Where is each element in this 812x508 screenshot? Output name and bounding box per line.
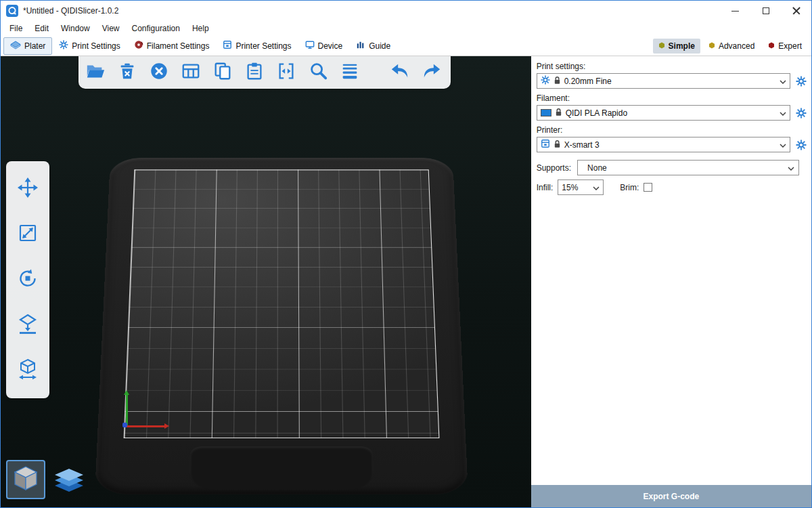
tab-printer-settings[interactable]: Printer Settings xyxy=(216,37,298,55)
3d-viewport[interactable] xyxy=(1,56,531,507)
tab-label: Filament Settings xyxy=(147,41,210,51)
arrange-button[interactable] xyxy=(181,62,201,83)
supports-combo[interactable]: None xyxy=(577,160,799,175)
mode-label: Advanced xyxy=(719,41,754,51)
scale-button[interactable] xyxy=(16,223,39,246)
editor-view-button[interactable] xyxy=(6,460,45,499)
close-button[interactable] xyxy=(781,1,811,21)
plater-icon xyxy=(10,41,21,51)
redo-button[interactable] xyxy=(422,62,442,83)
filament-color-swatch xyxy=(541,109,551,117)
tab-plater[interactable]: Plater xyxy=(3,37,52,55)
close-icon xyxy=(792,7,800,15)
tab-label: Printer Settings xyxy=(235,41,291,51)
chevron-down-icon xyxy=(780,140,786,150)
device-monitor-icon xyxy=(305,40,315,51)
printer-combo[interactable]: X-smart 3 xyxy=(537,137,790,152)
y-axis-indicator xyxy=(126,395,128,425)
export-gcode-button[interactable]: Export G-code xyxy=(531,485,811,507)
print-settings-value: 0.20mm Fine xyxy=(564,77,612,86)
variable-layer-height-button[interactable] xyxy=(340,62,360,83)
copy-icon xyxy=(212,61,233,84)
menu-window[interactable]: Window xyxy=(55,22,96,35)
simple-mode-dot-icon xyxy=(658,41,665,51)
chevron-down-icon xyxy=(780,77,786,86)
search-button[interactable] xyxy=(308,62,328,83)
app-window: *Untitled - QIDISlicer-1.0.2 File Edit W… xyxy=(0,0,812,508)
lock-icon xyxy=(555,108,562,119)
open-button[interactable] xyxy=(85,62,106,83)
advanced-mode-dot-icon xyxy=(708,41,715,51)
menu-file[interactable]: File xyxy=(3,22,28,35)
filament-combo[interactable]: QIDI PLA Rapido xyxy=(537,105,790,121)
filament-label: Filament: xyxy=(537,93,809,103)
mode-label: Simple xyxy=(669,41,695,51)
main-area: Print settings: 0.20mm Fine Filament: QI… xyxy=(1,56,811,507)
guide-icon xyxy=(356,40,365,51)
tab-label: Plater xyxy=(24,41,45,51)
split-button[interactable] xyxy=(276,62,296,83)
copy-button[interactable] xyxy=(212,62,233,83)
tab-device[interactable]: Device xyxy=(298,37,350,55)
mode-simple[interactable]: Simple xyxy=(653,39,700,54)
open-folder-icon xyxy=(85,61,106,84)
maximize-icon xyxy=(763,7,769,14)
window-controls xyxy=(720,1,811,21)
paste-button[interactable] xyxy=(244,62,265,83)
rotate-icon xyxy=(17,268,39,292)
paste-icon xyxy=(244,61,265,84)
measure-button[interactable] xyxy=(16,359,39,382)
z-axis-indicator xyxy=(122,423,127,427)
menubar: File Edit Window View Configuration Help xyxy=(1,21,811,36)
mode-label: Expert xyxy=(778,41,802,51)
filament-spool-icon xyxy=(134,40,143,51)
chevron-down-icon xyxy=(788,163,794,173)
mode-expert[interactable]: Expert xyxy=(763,39,807,54)
supports-value: None xyxy=(587,163,607,173)
supports-label: Supports: xyxy=(537,163,571,173)
brim-checkbox[interactable] xyxy=(644,183,652,192)
filament-edit-button[interactable] xyxy=(795,107,807,119)
mode-advanced[interactable]: Advanced xyxy=(703,39,760,54)
maximize-button[interactable] xyxy=(750,1,781,21)
settings-sidebar: Print settings: 0.20mm Fine Filament: QI… xyxy=(531,56,811,507)
print-settings-edit-button[interactable] xyxy=(795,75,807,87)
infill-combo[interactable]: 15% xyxy=(558,179,604,195)
brim-label: Brim: xyxy=(620,183,639,192)
tab-label: Guide xyxy=(369,41,390,51)
print-bed xyxy=(95,158,468,494)
delete-button[interactable] xyxy=(117,62,137,83)
search-icon xyxy=(308,61,328,84)
tab-guide[interactable]: Guide xyxy=(349,37,397,55)
printer-label: Printer: xyxy=(537,125,809,135)
chevron-down-icon xyxy=(593,183,600,192)
rotate-button[interactable] xyxy=(16,268,39,291)
view-toggles xyxy=(6,460,86,499)
print-settings-gear-icon xyxy=(59,40,68,51)
print-settings-combo[interactable]: 0.20mm Fine xyxy=(537,73,790,89)
menu-configuration[interactable]: Configuration xyxy=(126,22,186,35)
measure-icon xyxy=(17,358,39,383)
scale-icon xyxy=(17,222,39,247)
redo-icon xyxy=(421,61,443,84)
tab-print-settings[interactable]: Print Settings xyxy=(52,37,127,55)
x-axis-indicator xyxy=(125,425,164,427)
gizmo-toolbar xyxy=(6,161,49,398)
undo-icon xyxy=(389,61,411,84)
delete-all-button[interactable] xyxy=(149,62,169,83)
place-on-face-button[interactable] xyxy=(16,314,39,337)
move-button[interactable] xyxy=(16,177,39,200)
infill-label: Infill: xyxy=(537,183,554,192)
lock-icon xyxy=(554,140,561,150)
printer-edit-button[interactable] xyxy=(795,139,807,151)
menu-edit[interactable]: Edit xyxy=(28,22,55,35)
menu-help[interactable]: Help xyxy=(186,22,215,35)
undo-button[interactable] xyxy=(390,62,410,83)
mode-switcher: Simple Advanced Expert xyxy=(653,39,807,54)
menu-view[interactable]: View xyxy=(96,22,126,35)
minimize-button[interactable] xyxy=(720,1,750,21)
chevron-down-icon xyxy=(780,108,786,118)
tab-label: Print Settings xyxy=(72,41,120,51)
preview-view-button[interactable] xyxy=(52,468,86,499)
tab-filament-settings[interactable]: Filament Settings xyxy=(127,37,217,55)
